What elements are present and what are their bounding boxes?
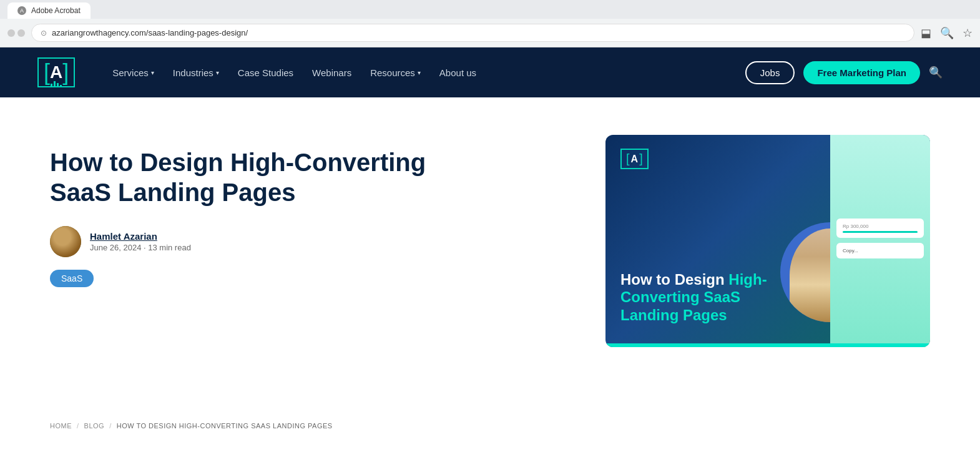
bookmark-icon[interactable]: ☆ (963, 26, 973, 40)
breadcrumb-home[interactable]: HOME (50, 422, 72, 430)
breadcrumb-sep-2: / (109, 422, 112, 430)
logo-letter: A (50, 64, 62, 81)
tab-label: Adobe Acrobat (31, 6, 81, 15)
article-title: How to Design High-Converting SaaS Landi… (50, 147, 474, 207)
avatar-image (50, 226, 81, 257)
nav-label-webinars: Webinars (312, 67, 351, 78)
nav-item-webinars[interactable]: Webinars (312, 67, 351, 78)
tag-saas[interactable]: SaaS (50, 270, 94, 287)
logo-bar-1 (51, 84, 52, 87)
tab-favicon: A (17, 6, 26, 15)
browser-chrome: A Adobe Acrobat ⊙ azariangrowthagency.co… (0, 0, 980, 47)
back-button[interactable] (7, 29, 15, 37)
main-content: How to Design High-Converting SaaS Landi… (0, 97, 980, 410)
image-logo-bracket-left: [ (626, 152, 630, 166)
teal-bottom-bar (605, 343, 930, 347)
nav-item-industries[interactable]: Industries ▾ (173, 67, 219, 78)
site-header: [ A ] Services ▾ Industries ▾ Case Studi… (0, 47, 980, 97)
browser-tab[interactable]: A Adobe Acrobat (7, 2, 91, 19)
article-image-title: How to Design High-Converting SaaS Landi… (620, 271, 795, 325)
image-logo-letter: A (631, 154, 639, 165)
card-label-2: Copy... (843, 248, 918, 253)
logo-bracket-right: ] (62, 61, 69, 84)
green-panel-card-2: Copy... (836, 243, 924, 258)
zoom-icon[interactable]: 🔍 (940, 26, 954, 40)
free-marketing-plan-button[interactable]: Free Marketing Plan (803, 61, 920, 84)
jobs-button[interactable]: Jobs (745, 61, 795, 84)
forward-button[interactable] (17, 29, 25, 37)
card-label-1: Rp 300,000 (843, 224, 918, 229)
industries-chevron-icon: ▾ (216, 69, 219, 76)
card-bar (843, 231, 918, 233)
nav-label-services: Services (112, 67, 149, 78)
logo-bracket-left: [ (44, 61, 50, 84)
author-row: Hamlet Azarian June 26, 2024 · 13 min re… (50, 226, 568, 257)
site-logo[interactable]: [ A ] (37, 57, 75, 87)
breadcrumb-blog[interactable]: BLOG (84, 422, 105, 430)
browser-tab-bar: A Adobe Acrobat (0, 0, 980, 19)
download-icon[interactable]: ⬓ (921, 26, 931, 40)
article-image-text: How to Design High-Converting SaaS Landi… (620, 271, 795, 325)
browser-actions: ⬓ 🔍 ☆ (921, 26, 973, 40)
browser-toolbar: ⊙ azariangrowthagency.com/saas-landing-p… (0, 19, 980, 47)
resources-chevron-icon: ▾ (418, 69, 421, 76)
browser-navigation-dots (7, 29, 25, 37)
author-info: Hamlet Azarian June 26, 2024 · 13 min re… (90, 231, 191, 252)
author-meta: June 26, 2024 · 13 min read (90, 243, 191, 252)
logo-bar-3 (57, 83, 59, 87)
search-icon[interactable]: 🔍 (929, 66, 943, 79)
nav-item-case-studies[interactable]: Case Studies (238, 67, 293, 78)
article-image-inner: [ A ] How to Design High-Converting SaaS… (605, 135, 930, 347)
author-name[interactable]: Hamlet Azarian (90, 231, 191, 242)
site-nav: Services ▾ Industries ▾ Case Studies Web… (112, 61, 943, 84)
article-image-logo: [ A ] (620, 149, 649, 169)
logo-inner: [ A ] (37, 57, 75, 87)
logo-bar-2 (54, 81, 56, 87)
nav-label-case-studies: Case Studies (238, 67, 293, 78)
breadcrumb: HOME / BLOG / HOW TO DESIGN HIGH-CONVERT… (0, 410, 980, 448)
address-bar[interactable]: ⊙ azariangrowthagency.com/saas-landing-p… (31, 24, 914, 42)
url-text: azariangrowthagency.com/saas-landing-pag… (52, 28, 248, 37)
image-title-part1: How to Design (620, 271, 728, 288)
green-panel: Rp 300,000 Copy... (830, 135, 930, 347)
article-feature-image: [ A ] How to Design High-Converting SaaS… (605, 135, 930, 347)
nav-item-services[interactable]: Services ▾ (112, 67, 154, 78)
nav-label-industries: Industries (173, 67, 213, 78)
nav-right: Jobs Free Marketing Plan 🔍 (745, 61, 943, 84)
nav-item-about[interactable]: About us (439, 67, 476, 78)
nav-label-about: About us (439, 67, 476, 78)
nav-label-resources: Resources (370, 67, 415, 78)
url-security-icon: ⊙ (41, 29, 47, 37)
image-logo-bracket-right: ] (639, 152, 643, 166)
breadcrumb-sep-1: / (77, 422, 79, 430)
nav-item-resources[interactable]: Resources ▾ (370, 67, 421, 78)
services-chevron-icon: ▾ (151, 69, 154, 76)
logo-bars (51, 81, 62, 87)
author-avatar (50, 226, 81, 257)
logo-bar-4 (60, 85, 62, 87)
green-panel-card-1: Rp 300,000 (836, 219, 924, 238)
breadcrumb-current-page: HOW TO DESIGN HIGH-CONVERTING SAAS LANDI… (117, 422, 333, 430)
article-left: How to Design High-Converting SaaS Landi… (50, 135, 568, 287)
